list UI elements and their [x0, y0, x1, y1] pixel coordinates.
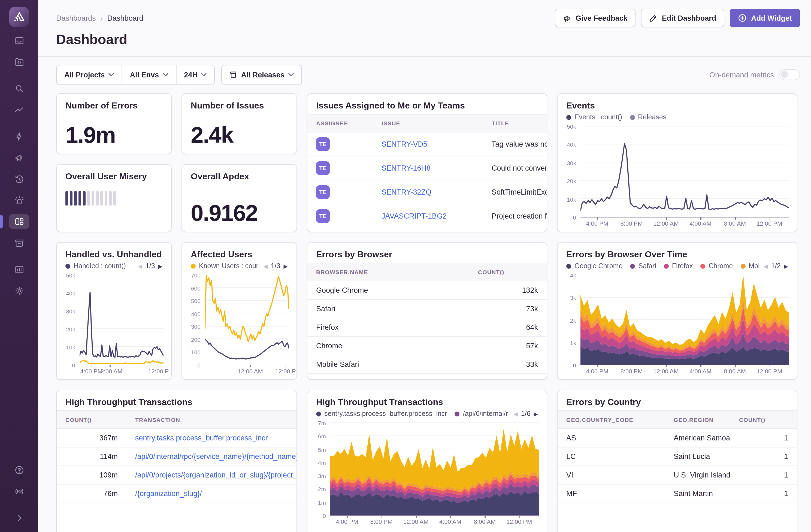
sentry-logo[interactable]	[9, 7, 29, 27]
avatar[interactable]: TE	[316, 185, 330, 199]
megaphone-icon	[14, 153, 24, 163]
handled-chart: 010k20k30k40k50k4:00 PM12:00 AM12:00 P	[57, 272, 171, 379]
table-row: LCSaint Lucia1	[557, 447, 797, 466]
sidebar-item-starfish[interactable]	[9, 129, 29, 144]
pagination-next[interactable]: ▶	[284, 263, 288, 269]
sidebar-item-issues[interactable]	[9, 33, 29, 48]
breadcrumb-dashboards[interactable]: Dashboards	[56, 14, 96, 22]
avatar[interactable]: TE	[316, 137, 330, 151]
legend-item[interactable]: Events : count()	[566, 113, 622, 121]
sidebar-item-explore[interactable]	[9, 81, 29, 96]
sidebar-item-projects[interactable]	[9, 55, 29, 69]
pagination-label: 1/6	[521, 410, 531, 417]
high-throughput-table: COUNT()TRANSACTION367msentry.tasks.proce…	[57, 410, 296, 503]
sidebar-item-performance[interactable]	[9, 103, 29, 117]
sidebar-item-whats-new[interactable]	[9, 484, 29, 499]
table-row: Mobile Safari33k	[307, 355, 547, 374]
cell-link[interactable]: sentry.tasks.process_buffer.process_incr	[135, 434, 268, 442]
sidebar-item-releases[interactable]	[9, 235, 29, 250]
legend-dot	[630, 263, 635, 269]
column-header[interactable]: BROWSER.NAME	[307, 263, 469, 281]
chart-plot	[580, 126, 789, 217]
cell-text: Safari	[307, 300, 469, 318]
sidebar-item-help[interactable]	[9, 463, 29, 477]
pagination-label: 1/3	[271, 262, 280, 270]
chart-plot	[580, 275, 789, 365]
cell-link[interactable]: /api/0/internal/rpc/{service_name}/{meth…	[135, 452, 296, 460]
chevron-down-icon	[109, 73, 114, 76]
project-filter[interactable]: All Projects	[57, 65, 122, 84]
legend-item[interactable]: Safari	[630, 262, 656, 270]
widget-head: Errors by Browser Over Time Google Chrom…	[557, 243, 797, 272]
column-header[interactable]: TRANSACTION	[126, 411, 296, 429]
legend-item[interactable]: sentry.tasks.process_buffer.process_incr	[316, 410, 447, 417]
on-demand-toggle[interactable]	[779, 69, 800, 80]
on-demand-label: On-demand metrics	[709, 71, 774, 79]
legend-dot	[566, 115, 571, 120]
dashboard-grid: Number of Errors 1.9m Number of Issues 2…	[38, 92, 811, 532]
column-header[interactable]: GEO.REGION	[665, 411, 730, 429]
pagination-prev[interactable]: ◀	[514, 411, 518, 417]
legend-item[interactable]: /api/0/internal/r	[455, 410, 508, 417]
cell-link[interactable]: SENTRY-VD5	[382, 140, 427, 148]
legend-item[interactable]: Google Chrome	[566, 262, 623, 270]
legend-item[interactable]: Mobile S	[740, 262, 759, 270]
legend-item[interactable]: Chrome	[700, 262, 733, 270]
legend-pagination: ◀1/3▶	[263, 262, 288, 270]
legend-item[interactable]: Handled : count()	[65, 262, 126, 270]
pagination-prev[interactable]: ◀	[764, 263, 768, 269]
sidebar-collapse[interactable]	[9, 511, 29, 526]
cell-link[interactable]: JAVASCRIPT-1BG2	[382, 212, 447, 220]
help-question-icon	[14, 465, 24, 475]
cell-text: Saint Lucia	[665, 447, 730, 466]
y-axis-labels: 01k2k3k4k	[560, 275, 580, 365]
cell-text: 109m	[57, 466, 126, 484]
pagination-next[interactable]: ▶	[534, 411, 538, 417]
column-header[interactable]: COUNT()	[57, 411, 126, 429]
sidebar-item-feedback[interactable]	[9, 150, 29, 165]
column-header[interactable]: TITLE	[483, 114, 547, 132]
cell-link[interactable]: /{organization_slug}/	[135, 489, 202, 498]
widget-title: Errors by Browser	[307, 243, 547, 263]
y-axis-labels: 01m2m3m4m5m6m7m	[309, 423, 330, 516]
app-root: Dashboards › Dashboard Give Feedback Edi…	[0, 0, 811, 532]
gear-icon	[14, 286, 24, 296]
pagination-prev[interactable]: ◀	[138, 263, 142, 269]
cell-text: 73k	[469, 300, 547, 318]
widget-title: Errors by Browser Over Time	[566, 250, 788, 262]
edit-dashboard-button[interactable]: Edit Dashboard	[641, 9, 724, 27]
legend-item[interactable]: Releases	[630, 113, 666, 121]
cell-link[interactable]: /api/0/projects/{organization_id_or_slug…	[135, 471, 296, 479]
sidebar-item-dashboards[interactable]	[9, 214, 29, 229]
legend-dot	[65, 263, 70, 269]
give-feedback-button[interactable]: Give Feedback	[555, 9, 636, 27]
column-header[interactable]: ASSIGNEE	[307, 114, 373, 132]
column-header[interactable]: COUNT()	[730, 411, 797, 429]
pagination-next[interactable]: ▶	[158, 263, 163, 269]
misery-bar	[65, 191, 68, 206]
release-filter[interactable]: All Releases	[222, 65, 302, 84]
line-series	[205, 275, 289, 342]
chevron-down-icon	[163, 73, 168, 76]
environment-filter[interactable]: All Envs	[122, 65, 177, 84]
sidebar-item-alerts[interactable]	[9, 193, 29, 208]
avatar[interactable]: TE	[316, 209, 330, 223]
cell-text: 1	[730, 484, 797, 503]
legend-item[interactable]: Firefox	[664, 262, 693, 270]
sidebar-item-settings[interactable]	[9, 284, 29, 298]
sidebar-item-stats[interactable]	[9, 262, 29, 277]
sidebar-item-replays[interactable]	[9, 172, 29, 186]
column-header[interactable]: COUNT()	[469, 263, 547, 281]
cell-link[interactable]: SENTRY-32ZQ	[382, 188, 431, 196]
legend-item[interactable]: Known Users : cour	[191, 262, 258, 270]
add-widget-button[interactable]: Add Widget	[730, 9, 800, 27]
trace-zigzag-icon	[14, 105, 24, 115]
cell-text: 367m	[57, 429, 126, 447]
column-header[interactable]: ISSUE	[373, 114, 483, 132]
avatar[interactable]: TE	[316, 161, 330, 175]
column-header[interactable]: GEO.COUNTRY_CODE	[557, 411, 665, 429]
pagination-prev[interactable]: ◀	[263, 263, 267, 269]
pagination-next[interactable]: ▶	[784, 263, 788, 269]
date-range-filter[interactable]: 24H	[176, 65, 214, 84]
cell-link[interactable]: SENTRY-16H8	[382, 164, 431, 172]
